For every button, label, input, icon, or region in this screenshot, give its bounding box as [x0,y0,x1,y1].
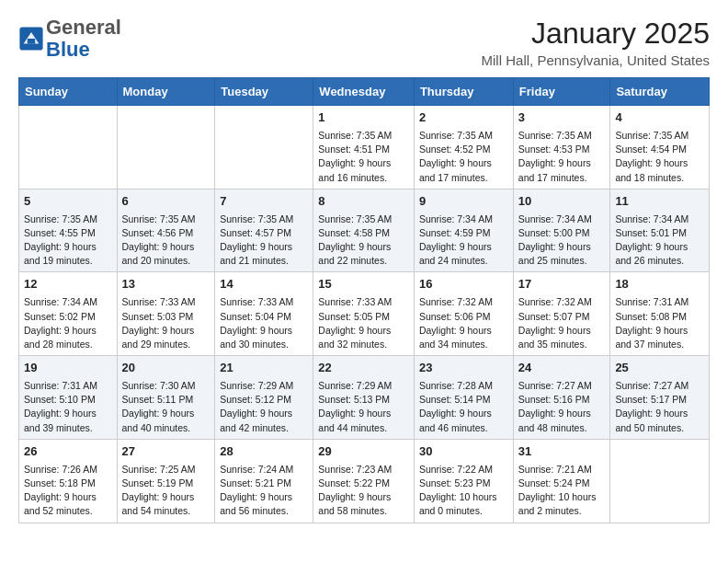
week-row-2: 5Sunrise: 7:35 AM Sunset: 4:55 PM Daylig… [19,189,710,272]
day-number: 20 [122,360,210,377]
calendar-cell: 7Sunrise: 7:35 AM Sunset: 4:57 PM Daylig… [215,189,313,272]
day-number: 9 [419,193,508,211]
day-number: 5 [24,193,112,211]
week-row-1: 1Sunrise: 7:35 AM Sunset: 4:51 PM Daylig… [19,106,710,190]
day-number: 31 [518,443,606,461]
day-number: 17 [518,276,606,293]
day-info: Sunrise: 7:26 AM Sunset: 5:18 PM Dayligh… [24,463,112,519]
calendar-cell: 16Sunrise: 7:32 AM Sunset: 5:06 PM Dayli… [414,272,513,356]
day-info: Sunrise: 7:25 AM Sunset: 5:19 PM Dayligh… [122,463,210,519]
week-row-5: 26Sunrise: 7:26 AM Sunset: 5:18 PM Dayli… [19,439,710,523]
day-info: Sunrise: 7:34 AM Sunset: 5:01 PM Dayligh… [615,213,704,269]
calendar-header-row: Sunday Monday Tuesday Wednesday Thursday… [19,78,710,106]
day-number: 27 [122,443,210,461]
calendar-cell: 13Sunrise: 7:33 AM Sunset: 5:03 PM Dayli… [117,272,215,356]
day-number: 23 [419,360,508,377]
day-number: 8 [318,193,409,211]
calendar-cell: 23Sunrise: 7:28 AM Sunset: 5:14 PM Dayli… [414,356,513,440]
calendar-cell: 26Sunrise: 7:26 AM Sunset: 5:18 PM Dayli… [19,439,118,523]
day-info: Sunrise: 7:32 AM Sunset: 5:07 PM Dayligh… [518,295,606,351]
calendar-cell: 17Sunrise: 7:32 AM Sunset: 5:07 PM Dayli… [513,272,610,356]
day-info: Sunrise: 7:33 AM Sunset: 5:03 PM Dayligh… [122,295,210,351]
calendar-cell: 9Sunrise: 7:34 AM Sunset: 4:59 PM Daylig… [414,189,513,272]
calendar-cell: 11Sunrise: 7:34 AM Sunset: 5:01 PM Dayli… [610,189,710,272]
day-info: Sunrise: 7:32 AM Sunset: 5:06 PM Dayligh… [419,295,508,351]
day-info: Sunrise: 7:31 AM Sunset: 5:08 PM Dayligh… [615,295,704,351]
day-number: 29 [318,443,409,461]
col-thursday: Thursday [414,78,513,106]
calendar-cell: 28Sunrise: 7:24 AM Sunset: 5:21 PM Dayli… [215,439,313,523]
calendar-cell: 20Sunrise: 7:30 AM Sunset: 5:11 PM Dayli… [117,356,215,440]
calendar-cell [215,106,313,190]
calendar-cell: 25Sunrise: 7:27 AM Sunset: 5:17 PM Dayli… [610,356,710,440]
day-info: Sunrise: 7:31 AM Sunset: 5:10 PM Dayligh… [24,379,112,435]
day-number: 3 [518,109,606,127]
day-number: 22 [318,360,409,377]
week-row-3: 12Sunrise: 7:34 AM Sunset: 5:02 PM Dayli… [19,272,710,356]
calendar-cell: 30Sunrise: 7:22 AM Sunset: 5:23 PM Dayli… [414,439,513,523]
svg-rect-2 [28,39,35,44]
calendar-cell [117,106,215,190]
day-info: Sunrise: 7:33 AM Sunset: 5:05 PM Dayligh… [318,295,409,351]
logo-text: General Blue [46,17,121,61]
col-tuesday: Tuesday [215,78,313,106]
logo-icon [18,26,44,52]
calendar-cell [610,439,710,523]
day-info: Sunrise: 7:27 AM Sunset: 5:17 PM Dayligh… [615,379,704,435]
day-info: Sunrise: 7:29 AM Sunset: 5:13 PM Dayligh… [318,379,409,435]
day-number: 24 [518,360,606,377]
day-info: Sunrise: 7:24 AM Sunset: 5:21 PM Dayligh… [220,463,308,519]
col-saturday: Saturday [610,78,710,106]
calendar-cell: 5Sunrise: 7:35 AM Sunset: 4:55 PM Daylig… [19,189,118,272]
day-info: Sunrise: 7:23 AM Sunset: 5:22 PM Dayligh… [318,463,409,519]
calendar-cell: 14Sunrise: 7:33 AM Sunset: 5:04 PM Dayli… [215,272,313,356]
day-number: 4 [615,109,704,127]
day-number: 7 [220,193,308,211]
day-info: Sunrise: 7:22 AM Sunset: 5:23 PM Dayligh… [419,463,508,519]
calendar-cell: 22Sunrise: 7:29 AM Sunset: 5:13 PM Dayli… [313,356,415,440]
calendar-cell: 18Sunrise: 7:31 AM Sunset: 5:08 PM Dayli… [610,272,710,356]
calendar-cell: 8Sunrise: 7:35 AM Sunset: 4:58 PM Daylig… [313,189,415,272]
day-number: 6 [122,193,210,211]
logo-blue: Blue [46,38,90,61]
day-info: Sunrise: 7:29 AM Sunset: 5:12 PM Dayligh… [220,379,308,435]
calendar-cell: 3Sunrise: 7:35 AM Sunset: 4:53 PM Daylig… [513,106,610,190]
day-info: Sunrise: 7:28 AM Sunset: 5:14 PM Dayligh… [419,379,508,435]
header: General Blue January 2025 Mill Hall, Pen… [18,17,710,68]
day-info: Sunrise: 7:35 AM Sunset: 4:57 PM Dayligh… [220,213,308,269]
week-row-4: 19Sunrise: 7:31 AM Sunset: 5:10 PM Dayli… [19,356,710,440]
calendar-cell: 19Sunrise: 7:31 AM Sunset: 5:10 PM Dayli… [19,356,118,440]
day-info: Sunrise: 7:34 AM Sunset: 5:00 PM Dayligh… [518,213,606,269]
calendar-table: Sunday Monday Tuesday Wednesday Thursday… [18,77,710,523]
logo-general: General [46,16,121,39]
day-number: 14 [220,276,308,293]
location: Mill Hall, Pennsylvania, United States [482,52,710,68]
col-wednesday: Wednesday [313,78,415,106]
col-sunday: Sunday [19,78,118,106]
day-number: 18 [615,276,704,293]
day-info: Sunrise: 7:35 AM Sunset: 4:55 PM Dayligh… [24,213,112,269]
day-number: 2 [419,109,508,127]
day-info: Sunrise: 7:27 AM Sunset: 5:16 PM Dayligh… [518,379,606,435]
calendar-cell [19,106,118,190]
col-monday: Monday [117,78,215,106]
day-info: Sunrise: 7:34 AM Sunset: 5:02 PM Dayligh… [24,295,112,351]
day-info: Sunrise: 7:35 AM Sunset: 4:51 PM Dayligh… [318,129,409,185]
day-number: 25 [615,360,704,377]
calendar-cell: 27Sunrise: 7:25 AM Sunset: 5:19 PM Dayli… [117,439,215,523]
day-number: 30 [419,443,508,461]
day-number: 16 [419,276,508,293]
month-title: January 2025 [482,17,710,51]
day-info: Sunrise: 7:35 AM Sunset: 4:52 PM Dayligh… [419,129,508,185]
calendar-cell: 24Sunrise: 7:27 AM Sunset: 5:16 PM Dayli… [513,356,610,440]
page: General Blue January 2025 Mill Hall, Pen… [0,0,728,533]
day-info: Sunrise: 7:33 AM Sunset: 5:04 PM Dayligh… [220,295,308,351]
calendar-cell: 12Sunrise: 7:34 AM Sunset: 5:02 PM Dayli… [19,272,118,356]
col-friday: Friday [513,78,610,106]
day-number: 1 [318,109,409,127]
day-info: Sunrise: 7:35 AM Sunset: 4:58 PM Dayligh… [318,213,409,269]
day-info: Sunrise: 7:30 AM Sunset: 5:11 PM Dayligh… [122,379,210,435]
day-number: 12 [24,276,112,293]
calendar-cell: 31Sunrise: 7:21 AM Sunset: 5:24 PM Dayli… [513,439,610,523]
day-info: Sunrise: 7:21 AM Sunset: 5:24 PM Dayligh… [518,463,606,519]
